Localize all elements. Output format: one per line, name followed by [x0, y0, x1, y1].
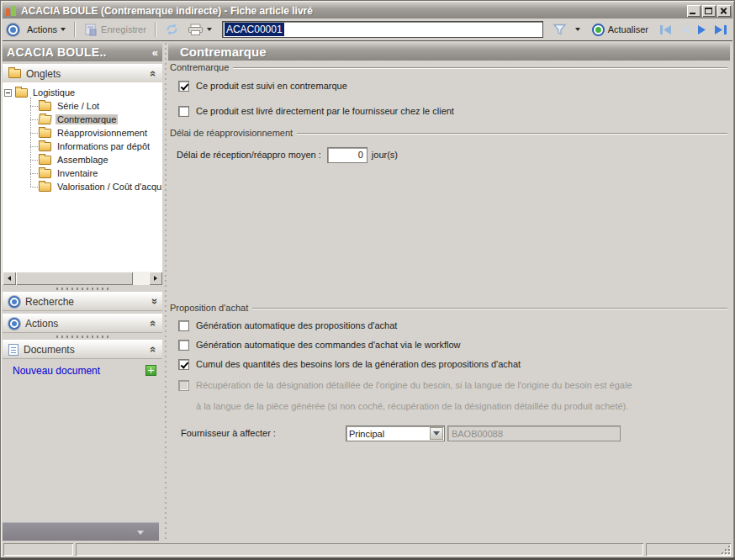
chevron-down-icon [137, 531, 144, 535]
minimize-icon [690, 13, 695, 14]
supplier-select[interactable]: Principal [346, 425, 445, 441]
tabs-tree: Logistique Série / Lot Contremarque Réap… [3, 82, 162, 272]
sidebar-splitter[interactable] [162, 43, 168, 541]
checkbox-label: Génération automatique des propositions … [196, 320, 397, 330]
chevron-up-icon [151, 68, 156, 79]
tree-node-serie-lot[interactable]: Série / Lot [3, 99, 162, 113]
save-button[interactable]: Enregistrer [80, 22, 151, 38]
checkbox-row-livre: Ce produit est livré directement par le … [178, 105, 727, 117]
refresh-icon [165, 23, 179, 36]
group-proposition-legend: Proposition d'achat [170, 302, 727, 314]
supplier-selected-value: Principal [349, 429, 384, 439]
tree-node-label: Assemblage [56, 155, 110, 165]
resize-grip[interactable] [721, 545, 730, 554]
generation-commandes-checkbox[interactable] [178, 340, 189, 351]
generation-propositions-checkbox[interactable] [178, 320, 189, 331]
panel-header-onglets[interactable]: Onglets [3, 64, 162, 83]
close-button[interactable] [717, 5, 731, 17]
sidebar: ACACIA BOULE.. « Onglets Logistique Séri… [3, 43, 162, 541]
delai-field-row: Délai de réception/réappro moyen : 0 jou… [177, 146, 398, 163]
minimize-button[interactable] [687, 5, 701, 17]
maximize-button[interactable] [702, 5, 716, 17]
livre-fournisseur-checkbox[interactable] [178, 106, 189, 117]
window-title: ACACIA BOULE (Contremarque indirecte) - … [21, 5, 687, 17]
toolbar: Actions Enregistrer ACAC00001 [3, 18, 732, 40]
filter-button[interactable] [548, 21, 571, 38]
sidebar-collapse-button[interactable]: « [152, 46, 158, 59]
panel-header-actions[interactable]: Actions [3, 314, 162, 333]
main-panel: Contremarque Contremarque Ce produit est… [168, 43, 732, 541]
scroll-left-button[interactable] [3, 272, 16, 285]
tree-node-label: Inventaire [56, 168, 99, 178]
tree-node-contremarque[interactable]: Contremarque [3, 113, 162, 126]
scrollbar-thumb[interactable] [16, 272, 133, 285]
tree-node-label-selected: Contremarque [56, 114, 118, 124]
panel-header-documents[interactable]: Documents [3, 340, 162, 359]
content-area: ACACIA BOULE.. « Onglets Logistique Séri… [3, 40, 732, 542]
nav-first-button[interactable] [659, 24, 673, 35]
nav-previous-button[interactable] [679, 24, 690, 35]
open-folder-icon [38, 115, 52, 124]
refresh-data-button[interactable]: Actualiser [588, 22, 653, 38]
chevron-down-icon [433, 431, 440, 436]
new-document-link[interactable]: Nouveau document [13, 365, 100, 377]
tree-node-label: Informations par dépôt [56, 141, 151, 151]
delai-input[interactable]: 0 [327, 147, 368, 163]
nav-next-button[interactable] [696, 24, 708, 35]
tree-node-label: Valorisation / Coût d'acquis [56, 182, 162, 192]
folder-icon [8, 69, 21, 78]
record-code-input[interactable]: ACAC00001 [222, 21, 543, 38]
save-button-label: Enregistrer [101, 24, 146, 34]
supplier-row: Fournisseur à affecter : Principal BAOB0… [181, 425, 727, 441]
collapsed-panel-bar[interactable] [3, 522, 159, 541]
folder-icon [39, 182, 51, 192]
tree-node-valorisation[interactable]: Valorisation / Coût d'acquis [3, 180, 162, 193]
panel-splitter[interactable] [3, 335, 162, 339]
folder-icon [39, 102, 51, 111]
printer-icon [188, 24, 204, 36]
scroll-left-icon [8, 276, 11, 281]
actions-menu-button[interactable]: Actions [23, 23, 70, 36]
scrollbar-track[interactable] [16, 272, 149, 285]
cumul-quantites-checkbox[interactable] [178, 359, 189, 370]
panel-actions-label: Actions [25, 318, 58, 330]
tree-node-logistique[interactable]: Logistique [3, 86, 162, 99]
checkbox-label: Cumul des quantités des besoins lors de … [196, 359, 521, 369]
tree-node-assemblage[interactable]: Assemblage [3, 153, 162, 166]
chevron-down-icon [61, 28, 66, 31]
actualiser-icon [592, 24, 605, 36]
tree-horizontal-scrollbar[interactable] [3, 272, 162, 285]
delai-field-label: Délai de réception/réappro moyen : [177, 150, 321, 160]
target-icon [8, 318, 20, 330]
supplier-code-field: BAOB00088 [447, 425, 621, 441]
filter-options-button[interactable] [571, 26, 584, 33]
status-cell-left [3, 543, 73, 556]
print-button[interactable] [183, 22, 205, 38]
tree-node-inventaire[interactable]: Inventaire [3, 166, 162, 180]
chevron-up-icon [151, 318, 156, 329]
chevron-down-icon [575, 28, 580, 31]
maximize-icon [705, 8, 712, 14]
panel-splitter[interactable] [3, 288, 162, 291]
filter-icon [553, 23, 567, 36]
actions-target-icon [7, 24, 19, 36]
panel-header-recherche[interactable]: Recherche [3, 292, 162, 311]
page-header: Contremarque [168, 43, 730, 61]
suivi-contremarque-checkbox[interactable] [178, 81, 189, 92]
tree-node-informations-depot[interactable]: Informations par dépôt [3, 140, 162, 153]
record-code-value: ACAC00001 [225, 23, 284, 36]
group-contremarque-legend: Contremarque [170, 61, 727, 73]
nav-last-button[interactable] [714, 24, 727, 35]
tree-node-reapprovisionnement[interactable]: Réapprovisionnement [3, 126, 162, 140]
checkbox-label: Récupération de la désignation détaillée… [196, 380, 632, 390]
panel-recherche-label: Recherche [25, 296, 74, 308]
tree-collapse-box[interactable] [4, 89, 12, 97]
select-dropdown-button[interactable] [430, 427, 443, 440]
scroll-right-button[interactable] [149, 272, 162, 285]
tree-node-label: Réapprovisionnement [56, 128, 149, 138]
supplier-label: Fournisseur à affecter : [181, 428, 276, 438]
add-document-button[interactable] [145, 365, 156, 376]
print-options-button[interactable] [205, 26, 216, 33]
refresh-button[interactable] [161, 21, 183, 38]
actions-menu-label: Actions [27, 24, 57, 34]
